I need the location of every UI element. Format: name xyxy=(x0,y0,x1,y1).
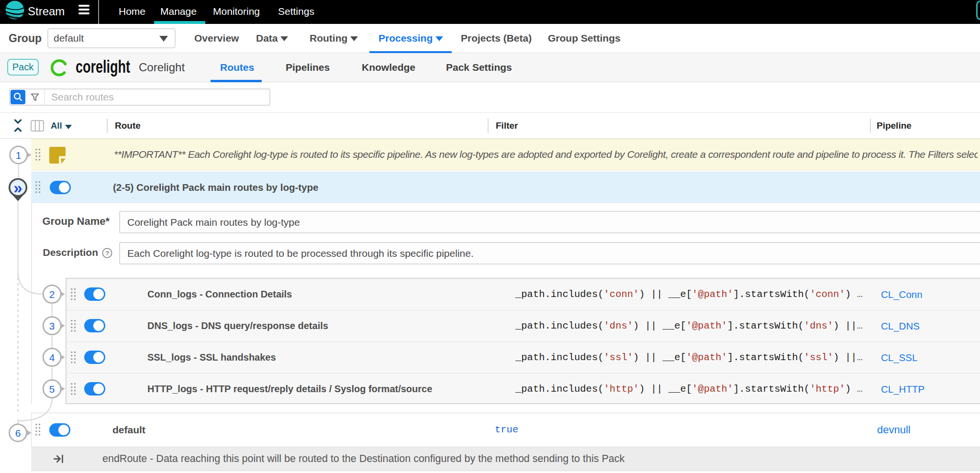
svg-text:1: 1 xyxy=(16,150,22,161)
svg-text:4: 4 xyxy=(49,352,55,363)
svg-text:3: 3 xyxy=(49,320,55,331)
svg-text:2: 2 xyxy=(49,289,55,300)
svg-text:5: 5 xyxy=(49,384,55,395)
svg-text:?: ? xyxy=(105,250,109,257)
svg-text:»: » xyxy=(13,179,22,197)
svg-text:6: 6 xyxy=(15,428,21,439)
